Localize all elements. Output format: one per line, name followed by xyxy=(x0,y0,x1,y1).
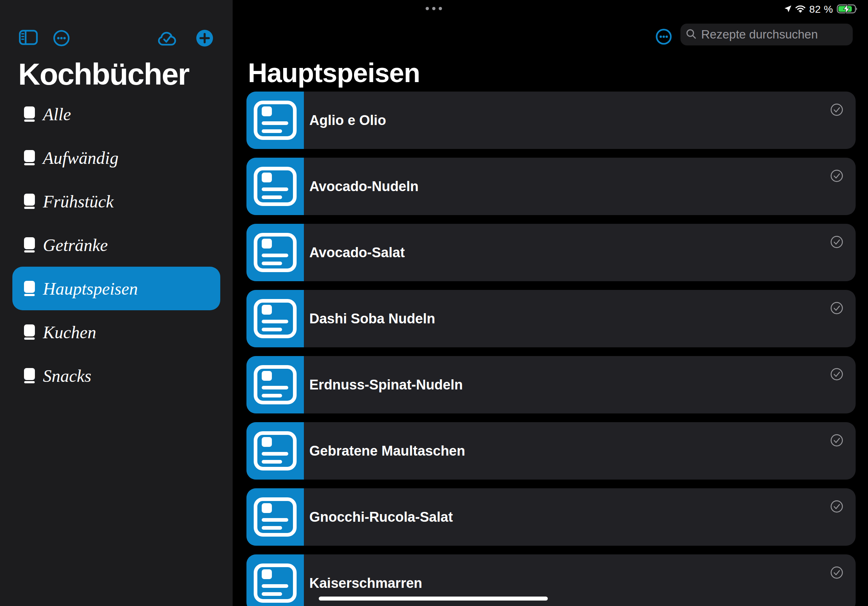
ellipsis-circle-icon xyxy=(656,40,672,46)
check-circle-icon[interactable] xyxy=(831,170,843,182)
sidebar: Kochbücher Alle xyxy=(0,0,232,606)
sidebar-item-label: Aufwändig xyxy=(43,148,118,168)
recipe-title: Avocado-Nudeln xyxy=(309,158,419,215)
recipe-card-icon xyxy=(246,224,304,281)
plus-circle-icon xyxy=(196,43,213,48)
sidebar-item-label: Getränke xyxy=(43,235,108,255)
book-icon xyxy=(24,194,35,209)
book-icon xyxy=(24,368,35,383)
drag-handle-dots[interactable] xyxy=(426,7,442,10)
sidebar-toggle-button[interactable] xyxy=(19,30,38,46)
page-title: Hauptspeisen xyxy=(248,57,420,88)
sidebar-item-label: Snacks xyxy=(43,366,91,386)
sidebar-toolbar xyxy=(0,28,232,49)
recipe-card-icon xyxy=(246,554,304,606)
wifi-icon xyxy=(795,5,806,14)
recipe-title: Avocado-Salat xyxy=(309,224,405,281)
recipe-card-icon xyxy=(246,91,304,149)
recipe-card-icon xyxy=(246,422,304,479)
search-bar xyxy=(680,24,853,45)
recipe-card-icon xyxy=(246,158,304,215)
add-cookbook-button[interactable] xyxy=(196,29,213,48)
recipe-title: Gebratene Maultaschen xyxy=(309,422,465,479)
sidebar-item-label: Alle xyxy=(43,104,71,124)
home-indicator[interactable] xyxy=(319,597,548,601)
search-input[interactable] xyxy=(701,27,848,42)
sidebar-item[interactable]: Kuchen xyxy=(12,310,220,354)
sidebar-item-label: Hauptspeisen xyxy=(43,279,138,298)
recipe-row[interactable]: Erdnuss-Spinat-Nudeln xyxy=(246,356,856,413)
check-circle-icon[interactable] xyxy=(831,104,843,116)
sidebar-item-label: Kuchen xyxy=(43,322,96,342)
recipe-card-icon xyxy=(246,356,304,413)
recipe-row[interactable]: Avocado-Salat xyxy=(246,224,856,281)
check-circle-icon[interactable] xyxy=(831,302,843,314)
sidebar-item[interactable]: Snacks xyxy=(12,354,220,397)
recipe-title: Aglio e Olio xyxy=(309,91,386,149)
sidebar-item[interactable]: Frühstück xyxy=(12,179,220,223)
sidebar-item[interactable]: Getränke xyxy=(12,223,220,267)
app-screen: Kochbücher Alle xyxy=(0,0,868,606)
recipe-row[interactable]: Gnocchi-Rucola-Salat xyxy=(246,488,856,546)
recipe-row[interactable]: Gebratene Maultaschen xyxy=(246,422,856,479)
recipe-row[interactable]: Aglio e Olio xyxy=(246,91,856,149)
check-circle-icon[interactable] xyxy=(831,368,843,380)
location-arrow-icon xyxy=(784,5,792,14)
book-icon xyxy=(24,150,35,165)
recipe-title: Erdnuss-Spinat-Nudeln xyxy=(309,356,463,413)
recipe-title: Dashi Soba Nudeln xyxy=(309,290,435,347)
search-icon xyxy=(685,28,697,41)
sidebar-item[interactable]: Alle xyxy=(12,92,220,136)
book-icon xyxy=(24,325,35,340)
recipe-card-icon xyxy=(246,290,304,347)
sidebar-item[interactable]: Hauptspeisen xyxy=(12,267,220,310)
sidebar-item[interactable]: Aufwändig xyxy=(12,136,220,179)
sidebar-item-label: Frühstück xyxy=(43,192,114,212)
cookbook-list: Alle Aufwändig xyxy=(0,92,232,397)
check-circle-icon[interactable] xyxy=(831,236,843,248)
recipe-title: Gnocchi-Rucola-Salat xyxy=(309,488,453,546)
recipe-row[interactable]: Dashi Soba Nudeln xyxy=(246,290,856,347)
book-icon xyxy=(24,281,35,296)
more-options-button[interactable] xyxy=(656,29,672,45)
check-circle-icon[interactable] xyxy=(831,500,843,513)
battery-charging-icon xyxy=(837,5,858,15)
cloud-check-icon xyxy=(157,43,177,48)
book-icon xyxy=(24,107,35,122)
sidebar-toggle-icon xyxy=(19,41,38,46)
sidebar-title: Kochbücher xyxy=(18,57,189,92)
book-icon xyxy=(24,237,35,252)
battery-percent-label: 82 % xyxy=(809,4,833,15)
check-circle-icon[interactable] xyxy=(831,434,843,447)
ellipsis-circle-icon xyxy=(53,42,70,48)
recipe-row[interactable]: Avocado-Nudeln xyxy=(246,158,856,215)
sidebar-more-button[interactable] xyxy=(53,30,70,48)
content-area: 82 % xyxy=(232,0,868,606)
status-bar: 82 % xyxy=(784,4,858,15)
recipe-list: Aglio e Olio xyxy=(246,91,856,606)
check-circle-icon[interactable] xyxy=(831,566,843,579)
recipe-card-icon xyxy=(246,488,304,546)
cloud-sync-button[interactable] xyxy=(157,31,177,48)
